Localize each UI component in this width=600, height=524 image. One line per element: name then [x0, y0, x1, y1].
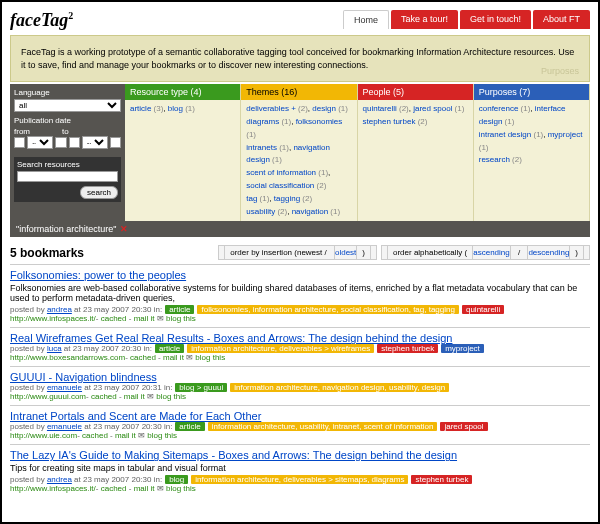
facet-link[interactable]: diagrams [246, 117, 279, 126]
cached-link[interactable]: cached [101, 484, 127, 493]
facet-link[interactable]: stephen turbek [363, 117, 416, 126]
tag-chip[interactable]: article [175, 422, 204, 431]
date-from-year[interactable] [55, 137, 66, 148]
facet-header[interactable]: People (5) [358, 84, 473, 100]
bookmark-title-link[interactable]: The Lazy IA's Guide to Making Sitemaps -… [10, 449, 457, 461]
bookmark-url[interactable]: http://www.infospaces.it/ [10, 314, 96, 323]
envelope-icon: ✉ [157, 314, 164, 323]
bookmark-title-link[interactable]: Intranet Portals and Scent are Made for … [10, 410, 261, 422]
language-label: Language [14, 88, 121, 97]
nav-takeatour[interactable]: Take a tour! [391, 10, 458, 29]
tag-chip[interactable]: stephen turbek [377, 344, 438, 353]
pubdate-label: Publication date [14, 116, 121, 125]
bookmark-title-link[interactable]: Folksonomies: power to the peoples [10, 269, 186, 281]
date-to-year[interactable] [110, 137, 121, 148]
cached-link[interactable]: cached [130, 353, 156, 362]
cached-link[interactable]: cached [101, 314, 127, 323]
tag-chip[interactable]: article [155, 344, 184, 353]
blogthis-link[interactable]: blog this [147, 431, 177, 440]
tag-chip[interactable]: information architecture, deliverables >… [191, 475, 408, 484]
facet-link[interactable]: navigation [292, 207, 328, 216]
facet-link[interactable]: blog [168, 104, 183, 113]
poster-link[interactable]: luca [47, 344, 62, 353]
search-button[interactable]: search [80, 186, 118, 199]
nav-aboutft[interactable]: About FT [533, 10, 590, 29]
facet-link[interactable]: intranet design [479, 130, 531, 139]
facet-link[interactable]: social classification [246, 181, 314, 190]
facet-link[interactable]: usability [246, 207, 275, 216]
remove-filter-icon[interactable]: ✕ [120, 224, 128, 234]
facet-link[interactable]: tag [246, 194, 257, 203]
envelope-icon: ✉ [186, 353, 193, 362]
tag-chip[interactable]: blog > guuui [175, 383, 227, 392]
facet-link[interactable]: jared spool [413, 104, 452, 113]
tag-chip[interactable]: article [165, 305, 194, 314]
facets: Resource type (4)article (3), blog (1)Th… [125, 84, 590, 221]
tag-chip[interactable]: quintarelli [462, 305, 504, 314]
blogthis-link[interactable]: blog this [166, 314, 196, 323]
blogthis-link[interactable]: blog this [166, 484, 196, 493]
facet-link[interactable]: folksonomies [296, 117, 343, 126]
bookmark-url[interactable]: http://www.guuui.com [10, 392, 86, 401]
tag-chip[interactable]: information architecture, usability, int… [208, 422, 438, 431]
bookmark-url[interactable]: http://www.uie.com [10, 431, 77, 440]
mailit-link[interactable]: mail it [163, 353, 184, 362]
tag-chip[interactable]: blog [165, 475, 188, 484]
facet-header[interactable]: Resource type (4) [125, 84, 240, 100]
poster-link[interactable]: andrea [47, 475, 72, 484]
mailit-link[interactable]: mail it [134, 314, 155, 323]
blogthis-link[interactable]: blog this [195, 353, 225, 362]
date-to-day[interactable] [69, 137, 80, 148]
language-select[interactable]: all [14, 99, 121, 112]
facet-link[interactable]: scent of information [246, 168, 316, 177]
facet-header[interactable]: Purposes (7) [474, 84, 589, 100]
tag-chip[interactable]: stephen turbek [411, 475, 472, 484]
envelope-icon: ✉ [138, 431, 145, 440]
facet-link[interactable]: myproject [548, 130, 583, 139]
poster-link[interactable]: emanuele [47, 422, 82, 431]
facet-link[interactable]: article [130, 104, 151, 113]
facet-link[interactable]: design [312, 104, 336, 113]
bookmark-title-link[interactable]: GUUUI - Navigation blindness [10, 371, 157, 383]
poster-link[interactable]: andrea [47, 305, 72, 314]
date-from-day[interactable] [14, 137, 25, 148]
tag-chip[interactable]: myproject [441, 344, 484, 353]
nav-getintouch[interactable]: Get in touch! [460, 10, 531, 29]
to-label: to [62, 127, 69, 136]
order-alpha[interactable]: order alphabetically (ascending / descen… [381, 245, 590, 260]
filter-chip[interactable]: "information architecture" [16, 224, 116, 234]
bookmark-url[interactable]: http://www.infospaces.it/ [10, 484, 96, 493]
bookmark-url[interactable]: http://www.boxesandarrows.com [10, 353, 125, 362]
search-input[interactable] [17, 171, 118, 182]
facet-link[interactable]: tagging [274, 194, 300, 203]
mailit-link[interactable]: mail it [124, 392, 145, 401]
order-insertion[interactable]: order by insertion (newest / oldest) [218, 245, 377, 260]
tag-chip[interactable]: information architecture, deliverables >… [187, 344, 374, 353]
tag-chip[interactable]: jared spool [440, 422, 487, 431]
facet-link[interactable]: research [479, 155, 510, 164]
poster-link[interactable]: emanuele [47, 383, 82, 392]
date-from-month[interactable]: --- [27, 136, 53, 149]
mailit-link[interactable]: mail it [134, 484, 155, 493]
tag-chip[interactable]: folksonomies, information architecture, … [197, 305, 458, 314]
date-to-month[interactable]: --- [82, 136, 108, 149]
cached-link[interactable]: cached [82, 431, 108, 440]
bookmark-item: GUUUI - Navigation blindnessposted by em… [10, 366, 590, 405]
nav-home[interactable]: Home [343, 10, 389, 29]
bookmark-title-link[interactable]: Real Wireframes Get Real Real Results - … [10, 332, 452, 344]
facet-link[interactable]: intranets [246, 143, 277, 152]
facet-header[interactable]: Themes (16) [241, 84, 356, 100]
tag-chip[interactable]: information architecture, navigation des… [230, 383, 449, 392]
faint-label: Purposes [541, 65, 579, 78]
facet-link[interactable]: deliverables + [246, 104, 296, 113]
mailit-link[interactable]: mail it [115, 431, 136, 440]
blogthis-link[interactable]: blog this [156, 392, 186, 401]
main-nav: HomeTake a tour!Get in touch!About FT [343, 10, 590, 29]
facet-link[interactable]: conference [479, 104, 519, 113]
cached-link[interactable]: cached [91, 392, 117, 401]
search-label: Search resources [17, 160, 118, 169]
bookmark-item: The Lazy IA's Guide to Making Sitemaps -… [10, 444, 590, 497]
facet-link[interactable]: quintarelli [363, 104, 397, 113]
logo: faceTag2 [10, 10, 73, 31]
bookmark-item: Folksonomies: power to the peoplesFolkso… [10, 264, 590, 327]
